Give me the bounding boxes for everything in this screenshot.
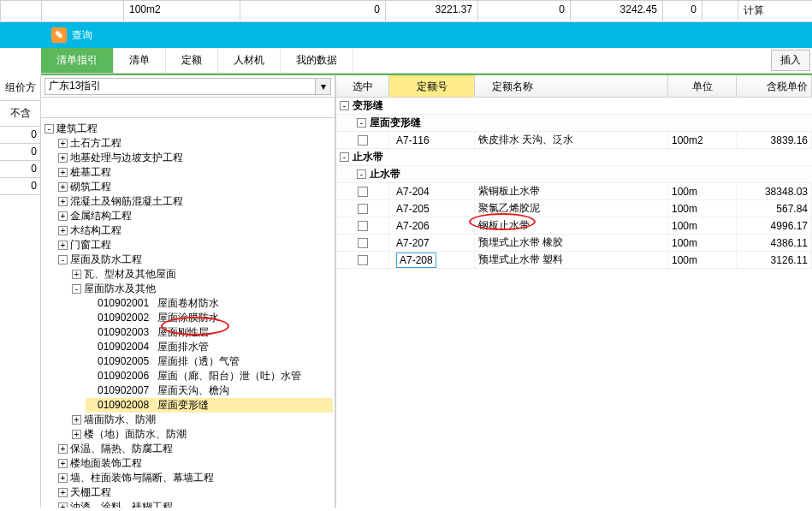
row-checkbox[interactable] bbox=[358, 238, 368, 248]
grid-row[interactable]: A7-205聚氯乙烯胶泥100m567.84 bbox=[336, 200, 812, 217]
grid-group[interactable]: -变形缝 bbox=[336, 98, 812, 115]
toggle-icon[interactable]: - bbox=[72, 284, 81, 294]
grid-group[interactable]: -止水带 bbox=[336, 149, 812, 166]
tab-mydata[interactable]: 我的数据 bbox=[281, 48, 353, 73]
norm-combo-dropdown[interactable]: ▾ bbox=[316, 78, 331, 95]
left-num-1: 0 bbox=[0, 144, 40, 161]
toggle-icon[interactable]: + bbox=[58, 459, 68, 468]
tree-leaf[interactable]: 010902004屋面排水管 bbox=[86, 340, 333, 354]
leaf-name: 屋面卷材防水 bbox=[157, 297, 219, 309]
toggle-icon[interactable]: + bbox=[72, 430, 81, 439]
tree-item[interactable]: 墙、柱面装饰与隔断、幕墙工程 bbox=[70, 472, 214, 484]
row-code: A7-116 bbox=[396, 134, 430, 146]
row-price: 4996.17 bbox=[737, 217, 812, 234]
norm-combo-row: ▾ bbox=[41, 75, 335, 98]
row-unit: 100m bbox=[668, 217, 737, 234]
toggle-icon[interactable]: - bbox=[340, 152, 349, 162]
tree-item[interactable]: 木结构工程 bbox=[70, 224, 122, 236]
row-checkbox[interactable] bbox=[358, 135, 368, 146]
row-unit: 100m2 bbox=[668, 132, 737, 148]
col-unit[interactable]: 单位 bbox=[668, 75, 737, 97]
row-code: A7-208 bbox=[396, 253, 436, 268]
query-title: 查询 bbox=[72, 28, 92, 43]
grid-row[interactable]: A7-204紫铜板止水带100m38348.03 bbox=[336, 183, 812, 200]
toggle-icon[interactable]: + bbox=[72, 270, 81, 279]
group-label: 屋面变形缝 bbox=[370, 116, 421, 130]
group-label: 变形缝 bbox=[353, 98, 383, 113]
toggle-icon[interactable]: - bbox=[357, 118, 366, 128]
category-tree[interactable]: -建筑工程 +土石方工程+地基处理与边坡支护工程+桩基工程+砌筑工程+混凝土及钢… bbox=[41, 118, 335, 508]
tree-item[interactable]: 金属结构工程 bbox=[70, 210, 132, 222]
grid-row[interactable]: A7-207预埋式止水带 橡胶100m4386.11 bbox=[336, 235, 812, 252]
toggle-icon[interactable]: + bbox=[58, 139, 68, 148]
col-code[interactable]: 定额号 bbox=[389, 75, 475, 97]
row-checkbox[interactable] bbox=[358, 221, 368, 231]
query-icon: ✎ bbox=[51, 27, 67, 43]
tree-item[interactable]: 屋面防水及其他 bbox=[84, 282, 156, 294]
leaf-code: 010902007 bbox=[98, 383, 157, 398]
row-name: 预埋式止水带 橡胶 bbox=[475, 235, 668, 251]
toggle-icon[interactable]: + bbox=[58, 226, 68, 235]
tree-item[interactable]: 天棚工程 bbox=[70, 486, 111, 498]
row-name: 预埋式止水带 塑料 bbox=[475, 252, 668, 268]
grid-group[interactable]: -止水带 bbox=[336, 166, 812, 183]
leaf-code: 010902003 bbox=[98, 325, 157, 340]
toggle-icon[interactable]: + bbox=[58, 241, 68, 250]
grid-row[interactable]: A7-206钢板止水带100m4996.17 bbox=[336, 217, 812, 235]
tab-rencaiji[interactable]: 人材机 bbox=[218, 48, 281, 73]
tab-qingdan[interactable]: 清单 bbox=[114, 48, 166, 73]
toggle-icon[interactable]: + bbox=[58, 197, 68, 206]
tree-item[interactable]: 保温、隔热、防腐工程 bbox=[70, 443, 173, 455]
row-name: 紫铜板止水带 bbox=[475, 183, 668, 199]
grid-row[interactable]: A7-208预埋式止水带 塑料100m3126.11 bbox=[336, 252, 812, 269]
toggle-icon[interactable]: + bbox=[58, 153, 68, 163]
tree-leaf[interactable]: 010902006屋面（廊、阳台）泄（吐）水管 bbox=[86, 369, 333, 383]
tree-item[interactable]: 瓦、型材及其他屋面 bbox=[84, 268, 176, 280]
toggle-icon[interactable]: - bbox=[58, 255, 68, 264]
row-checkbox[interactable] bbox=[358, 255, 368, 265]
toggle-icon[interactable]: - bbox=[340, 101, 349, 110]
tree-item[interactable]: 混凝土及钢筋混凝土工程 bbox=[70, 195, 183, 207]
tree-item[interactable]: 门窗工程 bbox=[70, 239, 111, 251]
tree-leaf[interactable]: 010902002屋面涂膜防水 bbox=[86, 311, 333, 325]
col-price[interactable]: 含税单价 bbox=[737, 75, 812, 97]
tree-leaf[interactable]: 010902003屋面刚性层 bbox=[86, 325, 333, 340]
col-name[interactable]: 定额名称 bbox=[475, 75, 668, 97]
left-num-2: 0 bbox=[0, 161, 40, 178]
tree-root[interactable]: 建筑工程 bbox=[56, 122, 98, 134]
toggle-icon[interactable]: + bbox=[58, 211, 68, 221]
tab-qingdan-zhiyin[interactable]: 清单指引 bbox=[41, 48, 114, 73]
grid-row[interactable]: A7-116铁皮排水 天沟、泛水100m23839.16 bbox=[336, 132, 812, 149]
tree-roof[interactable]: 屋面及防水工程 bbox=[70, 253, 142, 265]
col-select[interactable]: 选中 bbox=[336, 75, 389, 97]
tree-item[interactable]: 楼（地）面防水、防潮 bbox=[84, 428, 187, 440]
grid-group[interactable]: -屋面变形缝 bbox=[336, 115, 812, 132]
toggle-icon[interactable]: - bbox=[357, 169, 366, 179]
tree-item[interactable]: 桩基工程 bbox=[70, 166, 111, 178]
norm-combo-input[interactable] bbox=[44, 78, 316, 95]
toggle-icon[interactable]: + bbox=[58, 182, 68, 192]
tree-leaf[interactable]: 010902001屋面卷材防水 bbox=[86, 296, 333, 311]
row-name: 钢板止水带 bbox=[475, 217, 668, 234]
toggle-icon[interactable]: + bbox=[72, 415, 81, 425]
row-checkbox[interactable] bbox=[358, 187, 368, 197]
insert-button[interactable]: 插入 bbox=[771, 50, 810, 71]
toggle-icon[interactable]: + bbox=[58, 488, 68, 497]
tree-item[interactable]: 油漆、涂料、裱糊工程 bbox=[70, 501, 173, 508]
row-checkbox[interactable] bbox=[358, 204, 368, 214]
toggle-icon[interactable]: - bbox=[44, 124, 54, 134]
tree-item[interactable]: 砌筑工程 bbox=[70, 181, 111, 193]
tree-item[interactable]: 土石方工程 bbox=[70, 137, 122, 149]
row-price: 3126.11 bbox=[737, 252, 812, 268]
tree-leaf[interactable]: 010902007屋面天沟、檐沟 bbox=[86, 383, 333, 398]
toggle-icon[interactable]: + bbox=[58, 168, 68, 177]
tree-item[interactable]: 墙面防水、防潮 bbox=[84, 413, 156, 425]
tree-leaf[interactable]: 010902008屋面变形缝 bbox=[86, 398, 333, 413]
toggle-icon[interactable]: + bbox=[58, 444, 68, 454]
tab-dinge[interactable]: 定额 bbox=[166, 48, 218, 73]
tree-item[interactable]: 楼地面装饰工程 bbox=[70, 457, 142, 469]
tree-leaf[interactable]: 010902005屋面排（透）气管 bbox=[86, 354, 333, 369]
tree-item[interactable]: 地基处理与边坡支护工程 bbox=[70, 152, 183, 163]
toggle-icon[interactable]: + bbox=[58, 473, 68, 483]
toggle-icon[interactable]: + bbox=[58, 502, 68, 508]
